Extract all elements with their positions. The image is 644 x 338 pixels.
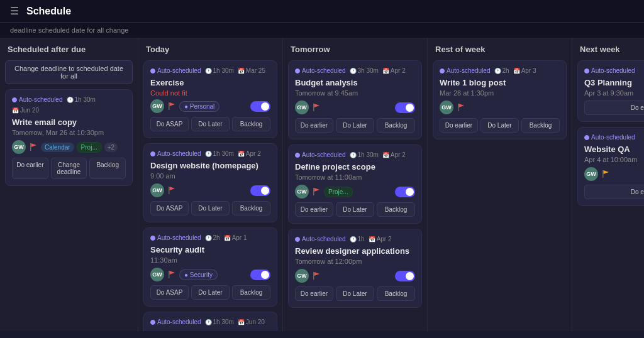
action-button[interactable]: Do earlier [584, 185, 644, 199]
card-title: Security audit [150, 245, 270, 254]
toggle-switch[interactable] [250, 101, 270, 112]
action-button[interactable]: Do ASAP [150, 201, 189, 215]
card-actions: Do earlierDo LaterBacklog [295, 118, 415, 133]
action-button[interactable]: Backlog [232, 117, 270, 131]
task-card: Auto-scheduled🕐1h 30m📅Mar 25ExerciseCoul… [143, 60, 277, 138]
action-button[interactable]: Do ASAP [150, 117, 189, 131]
action-button[interactable]: Backlog [232, 201, 270, 215]
action-button[interactable]: Do earlier [440, 118, 478, 133]
action-button[interactable]: Do ASAP [150, 285, 189, 300]
toggle-switch[interactable] [395, 187, 415, 197]
action-button[interactable]: Backlog [377, 202, 415, 217]
column-header: Tomorrow [283, 38, 427, 58]
action-button[interactable]: Do Later [191, 201, 230, 215]
toggle-switch[interactable] [250, 270, 270, 280]
column-header: Today [138, 38, 282, 58]
action-button[interactable]: Backlog [521, 118, 560, 133]
svg-marker-3 [170, 102, 175, 106]
task-card: Auto-scheduled🕐1h 30m📅Jun 20Write email … [5, 89, 133, 186]
columns-wrapper: Scheduled after dueChange deadline to sc… [0, 38, 644, 331]
card-actions: Do earlier [584, 101, 644, 115]
time-label: 🕐2h [205, 234, 220, 241]
flag-icon [311, 102, 321, 112]
card-subtitle: 9:00 am [150, 172, 270, 180]
action-button[interactable]: Do Later [480, 118, 519, 133]
time-label: 🕐3h 30m [350, 67, 379, 74]
date-label: 📅Apr 2 [238, 150, 261, 157]
column-header: Scheduled after due [0, 38, 138, 58]
action-button[interactable]: Backlog [377, 286, 415, 301]
flag-icon [28, 142, 38, 152]
avatar: GW [440, 101, 453, 114]
auto-scheduled-label: Auto-scheduled [295, 236, 346, 243]
card-error: Could not fit [150, 89, 270, 97]
card-actions: Do ASAPDo LaterBacklog [150, 285, 270, 300]
card-actions: Do ASAPDo LaterBacklog [150, 117, 270, 131]
action-button[interactable]: Backlog [377, 118, 415, 133]
card-title: Budget analysis [295, 78, 415, 87]
card-meta: Auto-scheduled🕐1h 30m📅Apr 2 [150, 150, 270, 157]
task-card: Auto-scheduled🕐1h 30m📅Jun 20Update contr… [143, 312, 277, 331]
card-title: Q3 Planning [584, 78, 644, 87]
card-actions: Do earlierDo LaterBacklog [440, 118, 560, 133]
toggle-switch[interactable] [395, 102, 415, 113]
time-label: 🕐1h [350, 236, 365, 243]
card-subtitle: Tomorrow at 11:00am [295, 173, 415, 181]
sub-bar: deadline scheduled date for all change [0, 23, 644, 38]
toggle-switch[interactable] [250, 185, 270, 196]
card-avatar-row: GW● Personal [150, 99, 270, 113]
action-button[interactable]: Do earlier [295, 286, 333, 301]
task-card: Auto-scheduled🕐3h 30m📅Apr 2Budget analys… [288, 60, 422, 139]
card-actions: Do earlierDo LaterBacklog [295, 286, 415, 301]
action-button[interactable]: Do Later [336, 202, 374, 217]
top-bar: ☰ Schedule [0, 0, 644, 23]
card-meta: Auto-scheduled🕐1h 30m📅Jun 20 [12, 96, 126, 114]
date-label: 📅Jun 20 [12, 107, 39, 114]
card-subtitle: Apr 3 at 9:30am [584, 89, 644, 97]
column-today: TodayAuto-scheduled🕐1h 30m📅Mar 25Exercis… [138, 38, 283, 331]
task-card: Auto-scheduledWebsite QAApr 4 at 10:00am… [577, 127, 644, 206]
action-button[interactable]: Backlog [89, 158, 126, 179]
avatar: GW [150, 268, 164, 281]
card-title: Exercise [150, 78, 270, 87]
tag: ● Personal [179, 101, 219, 112]
svg-rect-18 [602, 170, 604, 178]
action-button[interactable]: Do earlier [584, 101, 644, 115]
card-meta: Auto-scheduled🕐1h 30m📅Apr 2 [295, 151, 415, 158]
action-button[interactable]: Do Later [336, 286, 374, 301]
flag-icon [601, 169, 611, 179]
action-button[interactable]: Change deadline [51, 158, 87, 179]
action-button[interactable]: Do Later [336, 118, 374, 133]
flag-icon [167, 270, 177, 280]
avatar: GW [12, 140, 26, 154]
time-label: 🕐1h 30m [205, 67, 234, 74]
toggle-switch[interactable] [395, 271, 415, 281]
card-avatar-row: GW [584, 167, 644, 181]
card-subtitle: Tomorrow, Mar 26 at 10:30pm [12, 129, 126, 136]
action-button[interactable]: Backlog [232, 285, 270, 300]
action-button[interactable]: Do earlier [12, 158, 48, 179]
action-button[interactable]: Do Later [191, 117, 230, 131]
card-subtitle: Apr 4 at 10:00am [584, 156, 644, 163]
column-next-week: Next weekAuto-scheduledQ3 PlanningApr 3 … [572, 38, 644, 331]
auto-scheduled-label: Auto-scheduled [150, 67, 201, 74]
svg-marker-17 [459, 104, 465, 107]
card-subtitle: Tomorrow at 9:45am [295, 89, 415, 97]
svg-marker-19 [604, 170, 609, 174]
column-content: Auto-scheduledQ3 PlanningApr 3 at 9:30am… [572, 58, 644, 331]
svg-rect-12 [313, 188, 314, 195]
menu-icon[interactable]: ☰ [10, 5, 19, 17]
card-avatar-row: GWProje... [295, 185, 415, 199]
avatar: GW [150, 183, 164, 197]
card-meta: Auto-scheduled🕐3h 30m📅Apr 2 [295, 67, 415, 74]
change-deadline-button[interactable]: Change deadline to scheduled date for al… [5, 60, 133, 84]
action-button[interactable]: Do earlier [295, 202, 333, 217]
svg-marker-11 [314, 104, 320, 107]
action-button[interactable]: Do earlier [295, 118, 333, 133]
card-subtitle: Mar 28 at 1:30pm [440, 89, 560, 97]
action-button[interactable]: Do Later [191, 285, 230, 300]
svg-rect-10 [313, 104, 314, 111]
card-meta: Auto-scheduled🕐2h📅Apr 3 [440, 67, 560, 74]
card-subtitle: Tomorrow at 12:00pm [295, 258, 415, 265]
auto-scheduled-label: Auto-scheduled [440, 67, 491, 74]
